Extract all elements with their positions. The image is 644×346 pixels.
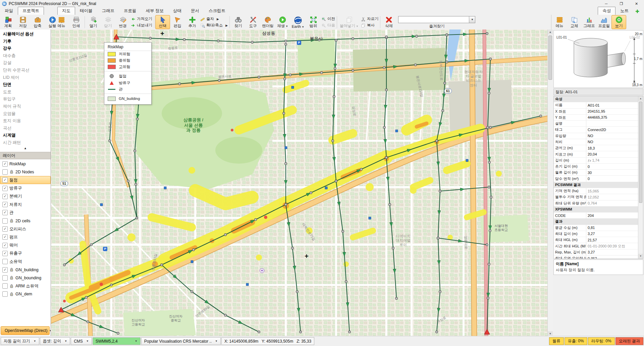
sim-option-item[interactable]: 제어 규칙: [0, 103, 51, 110]
collapse-arrow-icon[interactable]: ▲: [0, 147, 51, 152]
offset-dropdown[interactable]: 옵셋: 깊이▼: [40, 337, 70, 345]
engine-dropdown[interactable]: SWMM5,2,4▼: [93, 337, 141, 345]
layer-row[interactable]: 저류지: [0, 200, 51, 209]
property-row[interactable]: 최대 단위 유량 (m³/ ƒx0,764: [554, 200, 638, 207]
property-row[interactable]: 지표고 (m) ƒx20,04: [554, 151, 638, 157]
print-button[interactable]: 인쇄: [69, 15, 84, 29]
sim-option-item[interactable]: 토지 이용: [0, 117, 51, 125]
sim-option-item[interactable]: LID 제어: [0, 74, 51, 81]
profile-button[interactable]: 프로필: [597, 15, 612, 29]
layer-row[interactable]: ARM 소유역: [0, 282, 51, 290]
export-button[interactable]: 내보내기: [131, 23, 152, 28]
sim-option-item[interactable]: 시뮬레이션 옵션: [0, 31, 51, 38]
sim-option-item[interactable]: 단위 수문곡선: [0, 67, 51, 74]
layer-row[interactable]: 펌프: [0, 233, 51, 241]
sim-option-item[interactable]: 도로: [0, 89, 51, 96]
sim-option-item[interactable]: 대수층: [0, 52, 51, 60]
plan-button[interactable]: 계획: [1, 15, 15, 29]
view-tab[interactable]: 프로필: [119, 7, 141, 15]
property-value[interactable]: ƒx1,74: [586, 158, 638, 162]
layer-checkbox[interactable]: [2, 226, 8, 232]
layer-row[interactable]: 오리피스: [0, 225, 51, 233]
layer-checkbox[interactable]: [2, 251, 8, 256]
property-row[interactable]: Y 좌표 ƒx444665,375: [554, 115, 638, 121]
scroll-up-icon[interactable]: ▲: [548, 30, 553, 35]
view-tab[interactable]: 지도: [57, 7, 75, 15]
favorites-dropdown-icon[interactable]: ▼: [469, 16, 475, 23]
property-row[interactable]: 초기 깊이 (m) ƒx0: [554, 164, 638, 170]
property-grid-scrollbar[interactable]: ▲ ▼: [638, 96, 643, 258]
layer-row[interactable]: 분배기: [0, 192, 51, 200]
layer-row[interactable]: 방류구: [0, 184, 51, 192]
property-row[interactable]: CODE ƒx204: [554, 213, 638, 219]
property-row[interactable]: 깊이 (m) ƒx1,74: [554, 158, 638, 164]
layer-row[interactable]: RiskMap: [0, 160, 51, 168]
property-row[interactable]: 불투수 기여 면적 (h ƒx12,052: [554, 194, 638, 200]
menu-tab[interactable]: 프로젝트: [18, 7, 44, 15]
property-row[interactable]: 이름 ƒxA01-01: [554, 102, 638, 108]
delete-button[interactable]: 삭제: [381, 15, 396, 29]
scroll-thumb[interactable]: [548, 36, 552, 80]
sim-option-item[interactable]: 시간 패턴: [0, 139, 51, 147]
layer-checkbox[interactable]: [2, 267, 8, 273]
property-row[interactable]: PCSWMM 결과 ƒx: [554, 182, 638, 188]
sim-option-item[interactable]: 시계열: [0, 132, 51, 139]
property-value[interactable]: ƒxA01-01: [586, 103, 638, 107]
property-row[interactable]: 월류 깊이 (m) ƒx30: [554, 170, 638, 176]
basemap-button[interactable]: OpenStreetMap (Direct) ▼: [1, 326, 50, 335]
property-value[interactable]: ƒx0: [586, 177, 638, 181]
sim-option-item[interactable]: 곡선: [0, 125, 51, 132]
view-tab[interactable]: 스크립트: [204, 7, 230, 15]
layer-checkbox[interactable]: [2, 169, 8, 175]
sim-option-item[interactable]: 강우: [0, 45, 51, 52]
close-button[interactable]: ✕: [629, 0, 644, 7]
layer-checkbox[interactable]: [2, 291, 8, 297]
property-row[interactable]: 담수 면적 (m²) ƒx0: [554, 176, 638, 182]
property-row[interactable]: 평균 수심 (m) ƒx0,81: [554, 225, 638, 231]
compress-button[interactable]: 압축: [30, 15, 45, 29]
layer-row[interactable]: 웨어: [0, 241, 51, 249]
graph-button[interactable]: 그래프: [582, 15, 597, 29]
view-tab[interactable]: 그래프: [97, 7, 119, 15]
property-value[interactable]: ƒx18,3: [586, 146, 638, 150]
minimize-button[interactable]: ─: [599, 0, 614, 7]
layer-checkbox[interactable]: [2, 210, 8, 215]
layer-checkbox[interactable]: [2, 194, 8, 199]
scroll-down-icon[interactable]: ▼: [548, 331, 553, 336]
tools-button[interactable]: 도구: [246, 15, 260, 29]
property-value[interactable]: ƒxConnect2D: [586, 128, 638, 132]
property-row[interactable]: 처리 ƒxNO: [554, 139, 638, 145]
map-menu-button[interactable]: 메뉴: [54, 15, 69, 29]
property-value[interactable]: ƒxNO: [586, 140, 638, 144]
layer-row[interactable]: GN_dem: [0, 290, 51, 298]
change-layer-button[interactable]: 변경: [115, 15, 130, 29]
panel-tab[interactable]: 속성: [598, 7, 615, 15]
layer-checkbox[interactable]: [2, 186, 8, 191]
layer-checkbox[interactable]: [2, 243, 8, 248]
earth-button[interactable]: Earth▼: [290, 15, 306, 29]
layer-row[interactable]: 절점: [0, 176, 51, 184]
crs-dropdown[interactable]: Popular Visualisation CRS Mercator ..▼: [141, 337, 221, 345]
ruler-button[interactable]: 줄자▶: [200, 16, 228, 21]
property-row[interactable]: XPSWMM ƒx: [554, 207, 638, 213]
import-button[interactable]: 가져오기: [131, 16, 152, 21]
layer-checkbox[interactable]: [2, 275, 8, 281]
property-row[interactable]: 속성 ƒx: [554, 96, 638, 102]
layer-row[interactable]: 관: [0, 209, 51, 217]
layer-checkbox[interactable]: [2, 218, 8, 224]
sim-option-item[interactable]: 기후: [0, 38, 51, 45]
layer-checkbox[interactable]: [2, 234, 8, 240]
property-row[interactable]: Rep, Max, 깊이 (m) ƒx3,27: [554, 249, 638, 255]
sim-option-item[interactable]: 유입구: [0, 96, 51, 103]
sim-option-item[interactable]: 단면: [0, 81, 51, 89]
property-value[interactable]: ƒx0,362: [586, 256, 638, 259]
view-tab[interactable]: 세부 정보: [141, 7, 168, 15]
layer-checkbox[interactable]: [2, 161, 8, 167]
scroll-down-icon[interactable]: ▼: [638, 254, 643, 258]
layer-row[interactable]: 2D Nodes: [0, 168, 51, 176]
play-button[interactable]: 재생▼: [275, 15, 290, 29]
property-value[interactable]: ƒx20,04: [586, 152, 638, 156]
property-value[interactable]: ƒx0,764: [586, 201, 638, 205]
add-tool-button[interactable]: 추가: [185, 15, 200, 29]
panel-tab[interactable]: 노트: [615, 7, 633, 15]
